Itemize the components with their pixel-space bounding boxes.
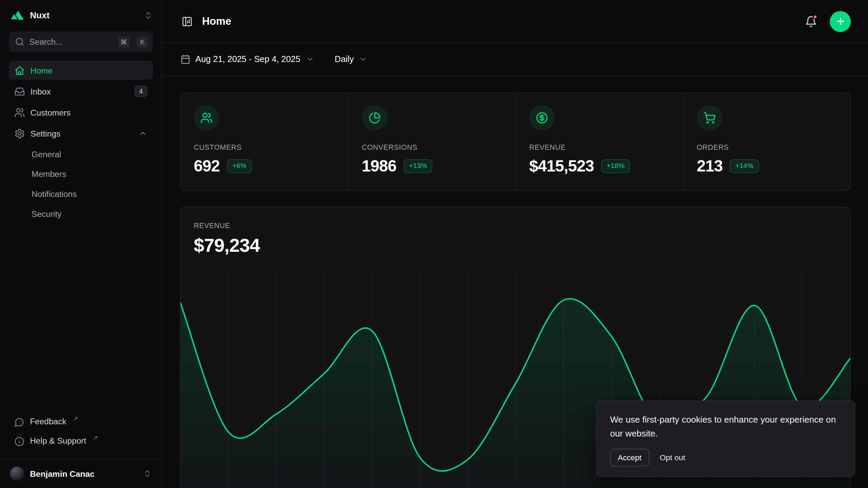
sidebar-item-notifications[interactable]: Notifications: [9, 185, 153, 203]
sidebar: Nuxt ⌘ K Home: [0, 0, 162, 488]
kbd-meta: ⌘: [118, 36, 130, 47]
users-circle-icon: [194, 105, 219, 130]
chevron-down-icon: [359, 55, 368, 64]
inbox-icon: [14, 86, 25, 97]
period-select[interactable]: Daily: [335, 54, 368, 64]
sidebar-item-label: Home: [31, 65, 53, 75]
stats-row: CUSTOMERS 692 +6% CONVERSIONS 1986 +13%: [180, 93, 851, 191]
sidebar-item-security[interactable]: Security: [9, 205, 153, 223]
sidebar-item-label: Customers: [31, 108, 71, 117]
stat-delta-badge: +18%: [601, 160, 630, 173]
revenue-card-label: REVENUE: [194, 221, 837, 229]
home-icon: [14, 65, 25, 76]
notifications-button[interactable]: [804, 14, 818, 28]
stat-delta-badge: +14%: [730, 160, 758, 173]
calendar-icon: [180, 54, 190, 64]
feedback-label: Feedback: [30, 416, 66, 426]
help-support-link[interactable]: Help & Support ↗: [9, 431, 153, 451]
users-icon: [14, 107, 25, 118]
sub-item-label: Notifications: [32, 189, 77, 199]
sidebar-item-customers[interactable]: Customers: [9, 103, 153, 122]
stat-value: 1986: [362, 157, 396, 176]
gear-icon: [14, 128, 25, 139]
sidebar-footer: Feedback ↗ Help & Support ↗: [0, 409, 162, 459]
app-root: Nuxt ⌘ K Home: [0, 0, 868, 488]
search-container: ⌘ K: [0, 26, 162, 56]
add-button[interactable]: [830, 11, 851, 32]
filter-toolbar: Aug 21, 2025 - Sep 4, 2025 Daily: [162, 43, 868, 76]
stat-revenue: REVENUE $415,523 +18%: [515, 93, 683, 190]
search-box[interactable]: ⌘ K: [9, 32, 153, 52]
team-switcher[interactable]: Nuxt: [0, 0, 162, 26]
message-bubble-icon: [14, 416, 24, 427]
optout-cookies-button[interactable]: Opt out: [660, 453, 685, 462]
team-name: Nuxt: [30, 10, 50, 20]
sub-item-label: Security: [32, 209, 61, 219]
stat-conversions: CONVERSIONS 1986 +13%: [348, 93, 515, 190]
page-title: Home: [202, 15, 231, 27]
inbox-count-badge: 4: [135, 86, 147, 97]
chevron-up-icon: [138, 129, 147, 138]
cookie-banner: We use first-party cookies to enhance yo…: [596, 401, 855, 477]
avatar: [10, 466, 24, 481]
stat-orders: ORDERS 213 +14%: [683, 93, 850, 190]
dollar-circle-icon: [529, 105, 555, 130]
sidebar-item-home[interactable]: Home: [9, 61, 153, 80]
period-label: Daily: [335, 54, 354, 64]
cookie-message: We use first-party cookies to enhance yo…: [610, 413, 841, 441]
search-icon: [15, 37, 24, 46]
date-range-picker[interactable]: Aug 21, 2025 - Sep 4, 2025: [180, 54, 314, 64]
topbar: Home: [162, 0, 868, 43]
date-range-label: Aug 21, 2025 - Sep 4, 2025: [195, 54, 300, 64]
stat-label: REVENUE: [529, 143, 670, 151]
kbd-k: K: [137, 36, 148, 47]
sidebar-item-inbox[interactable]: Inbox 4: [9, 82, 153, 101]
stat-label: ORDERS: [697, 143, 837, 151]
sidebar-item-general[interactable]: General: [9, 145, 153, 163]
user-name: Benjamin Canac: [30, 469, 95, 479]
sidebar-toggle-button[interactable]: [180, 15, 194, 28]
search-input[interactable]: [29, 37, 113, 46]
feedback-link[interactable]: Feedback ↗: [9, 412, 153, 431]
external-link-icon: ↗: [73, 415, 78, 422]
stat-value: $415,523: [529, 157, 594, 176]
revenue-card-value: $79,234: [194, 235, 837, 256]
sidebar-item-label: Inbox: [31, 87, 51, 96]
stat-label: CUSTOMERS: [194, 143, 335, 151]
shopping-cart-icon: [697, 105, 722, 130]
notification-dot: [813, 14, 818, 19]
info-circle-icon: [14, 436, 24, 447]
external-link-icon: ↗: [93, 434, 98, 442]
stat-customers: CUSTOMERS 692 +6%: [180, 93, 348, 190]
chevron-down-icon: [305, 55, 314, 64]
plus-icon: [835, 16, 846, 26]
sub-item-label: General: [32, 149, 61, 159]
stat-delta-badge: +6%: [227, 160, 252, 173]
pie-chart-icon: [362, 105, 387, 130]
help-support-label: Help & Support: [30, 436, 86, 446]
sub-item-label: Members: [32, 169, 66, 179]
chevrons-up-down-icon: [143, 469, 152, 478]
stat-delta-badge: +13%: [403, 160, 432, 173]
chevrons-up-down-icon: [144, 11, 153, 20]
sidebar-item-members[interactable]: Members: [9, 165, 153, 183]
accept-cookies-button[interactable]: Accept: [610, 449, 649, 466]
sidebar-nav: Home Inbox 4 Customers Settings: [0, 55, 162, 409]
sidebar-item-settings[interactable]: Settings: [9, 124, 153, 143]
panel-left-icon: [182, 16, 193, 27]
sidebar-item-label: Settings: [31, 129, 60, 138]
user-menu[interactable]: Benjamin Canac: [0, 459, 162, 488]
stat-value: 213: [697, 157, 723, 176]
stat-label: CONVERSIONS: [362, 143, 502, 151]
nuxt-logo-icon: [10, 10, 24, 20]
stat-value: 692: [194, 157, 220, 176]
